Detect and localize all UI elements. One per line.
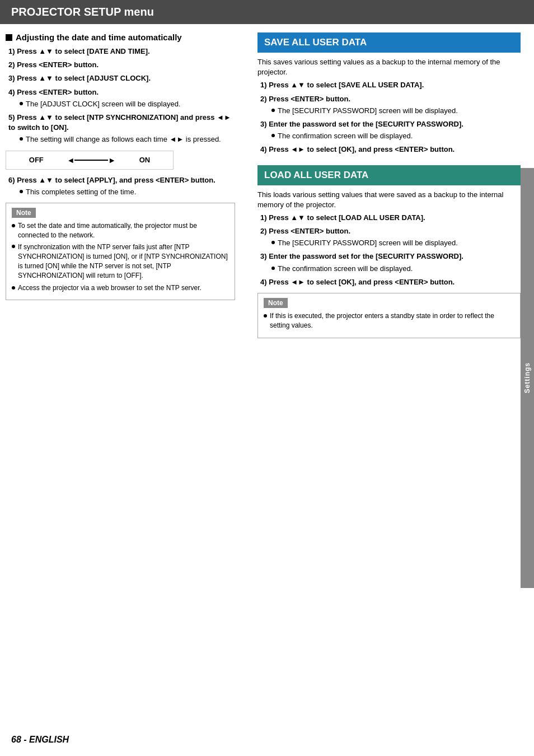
save-step-4-text: Press ◄► to select [OK], and press <ENTE… [269, 145, 455, 153]
step-5-number: 5) [8, 113, 15, 122]
save-step-3-text: Enter the password set for the [SECURITY… [269, 120, 463, 128]
left-column: Adjusting the date and time automaticall… [6, 32, 246, 344]
save-step-3-number: 3) [260, 120, 267, 128]
load-step-3: 3) Enter the password set for the [SECUR… [257, 251, 521, 273]
step-4-number: 4) [8, 88, 15, 96]
save-section-title: SAVE ALL USER DATA [264, 37, 367, 48]
save-step-2: 2) Press <ENTER> button. The [SECURITY P… [257, 94, 521, 116]
bullet-icon [271, 134, 275, 137]
load-section-header: LOAD ALL USER DATA [257, 165, 521, 185]
step-3-text: Press ▲▼ to select [ADJUST CLOCK]. [17, 74, 151, 82]
bullet-icon [20, 102, 23, 105]
save-step-1: 1) Press ▲▼ to select [SAVE ALL USER DAT… [257, 80, 521, 90]
left-note-box: Note To set the date and time automatica… [6, 203, 235, 301]
save-step-1-number: 1) [260, 81, 267, 89]
load-step-4: 4) Press ◄► to select [OK], and press <E… [257, 277, 521, 287]
arrow-left: ◄ [67, 156, 74, 165]
save-step-2-text: Press <ENTER> button. [269, 95, 350, 103]
section-icon [6, 34, 12, 41]
page-footer: 68 - ENGLISH [11, 735, 69, 745]
load-step-2-text: Press <ENTER> button. [269, 227, 350, 235]
load-section-title: LOAD ALL USER DATA [264, 170, 368, 180]
save-step-4: 4) Press ◄► to select [OK], and press <E… [257, 144, 521, 155]
page-header: PROJECTOR SETUP menu [0, 0, 534, 24]
bullet-icon [12, 224, 15, 227]
bullet-icon [271, 109, 275, 112]
left-section-title: Adjusting the date and time automaticall… [6, 32, 235, 42]
step-5-subbullet: The setting will change as follows each … [26, 134, 221, 144]
step-2: 2) Press <ENTER> button. [6, 60, 235, 70]
load-note-item-1: If this is executed, the projector enter… [264, 311, 514, 330]
step-6: 6) Press ▲▼ to select [APPLY], and press… [6, 175, 235, 197]
left-note-item-1: To set the date and time automatically, … [12, 221, 229, 240]
load-note-header: Note [264, 298, 288, 308]
step-6-number: 6) [8, 176, 15, 184]
load-step-2-number: 2) [260, 227, 267, 235]
bullet-icon [12, 245, 15, 248]
step-2-number: 2) [8, 60, 15, 69]
step-4-text: Press <ENTER> button. [17, 88, 99, 96]
step-5: 5) Press ▲▼ to select [NTP SYNCHRONIZATI… [6, 113, 235, 145]
arrow-right: ► [108, 156, 116, 165]
step-5-bullet: The setting will change as follows each … [8, 134, 235, 144]
load-step-2-subbullet: The [SECURITY PASSWORD] screen will be d… [278, 238, 458, 248]
toggle-on-label: ON [139, 156, 151, 164]
load-step-2: 2) Press <ENTER> button. The [SECURITY P… [257, 226, 521, 248]
save-section-header: SAVE ALL USER DATA [257, 32, 521, 53]
sidebar-label: Settings [523, 362, 531, 393]
arrow-line [74, 160, 108, 161]
bullet-icon [271, 241, 275, 244]
save-step-2-number: 2) [260, 95, 267, 103]
load-step-1: 1) Press ▲▼ to select [LOAD ALL USER DAT… [257, 213, 521, 223]
save-step-2-bullet: The [SECURITY PASSWORD] screen will be d… [260, 106, 521, 116]
save-step-4-number: 4) [260, 145, 267, 153]
save-step-1-text: Press ▲▼ to select [SAVE ALL USER DATA]. [269, 81, 424, 89]
bullet-icon [20, 137, 23, 141]
load-step-3-bullet: The confirmation screen will be displaye… [260, 264, 521, 274]
left-note-text-3: Access the projector via a web browser t… [18, 283, 202, 293]
step-2-text: Press <ENTER> button. [17, 60, 99, 69]
load-step-3-subbullet: The confirmation screen will be displaye… [278, 264, 413, 274]
step-6-text: Press ▲▼ to select [APPLY], and press <E… [17, 176, 216, 184]
step-3: 3) Press ▲▼ to select [ADJUST CLOCK]. [6, 73, 235, 83]
step-5-text: Press ▲▼ to select [NTP SYNCHRONIZATION]… [8, 113, 231, 132]
save-step-3: 3) Enter the password set for the [SECUR… [257, 119, 521, 141]
save-step-3-bullet: The confirmation screen will be displaye… [260, 131, 521, 141]
save-step-2-subbullet: The [SECURITY PASSWORD] screen will be d… [278, 106, 458, 116]
bullet-icon [12, 286, 15, 290]
left-note-item-3: Access the projector via a web browser t… [12, 283, 229, 293]
step-6-subbullet: This completes setting of the time. [26, 187, 136, 197]
left-note-text-1: To set the date and time automatically, … [18, 221, 229, 240]
toggle-diagram: OFF ◄ ► ON [6, 151, 174, 170]
left-note-header: Note [12, 208, 36, 218]
step-3-number: 3) [8, 74, 15, 82]
save-step-3-subbullet: The confirmation screen will be displaye… [278, 131, 413, 141]
load-step-1-number: 1) [260, 213, 267, 222]
main-content: Adjusting the date and time automaticall… [0, 32, 534, 344]
load-step-3-text: Enter the password set for the [SECURITY… [269, 252, 463, 260]
load-note-box: Note If this is executed, the projector … [257, 293, 521, 338]
load-step-3-number: 3) [260, 252, 267, 260]
sidebar-tab: Settings [521, 168, 534, 588]
step-4-bullet: The [ADJUST CLOCK] screen will be displa… [8, 99, 235, 109]
load-section-intro: This loads various setting values that w… [257, 190, 521, 210]
load-step-1-text: Press ▲▼ to select [LOAD ALL USER DATA]. [269, 213, 425, 222]
step-4-subbullet: The [ADJUST CLOCK] screen will be displa… [26, 99, 180, 109]
load-step-4-text: Press ◄► to select [OK], and press <ENTE… [269, 278, 455, 286]
footer-text: 68 - ENGLISH [11, 735, 69, 744]
left-note-text-2: If synchronization with the NTP server f… [18, 242, 229, 280]
toggle-arrow: ◄ ► [67, 156, 116, 165]
bullet-icon [271, 267, 275, 270]
left-note-item-2: If synchronization with the NTP server f… [12, 242, 229, 280]
load-note-text-1: If this is executed, the projector enter… [270, 311, 514, 330]
step-1-number: 1) [8, 47, 15, 55]
load-step-2-bullet: The [SECURITY PASSWORD] screen will be d… [260, 238, 521, 248]
step-1-text: Press ▲▼ to select [DATE AND TIME]. [17, 47, 149, 55]
step-1: 1) Press ▲▼ to select [DATE AND TIME]. [6, 46, 235, 57]
left-section-heading: Adjusting the date and time automaticall… [16, 32, 182, 42]
right-column: SAVE ALL USER DATA This saves various se… [246, 32, 521, 344]
step-4: 4) Press <ENTER> button. The [ADJUST CLO… [6, 87, 235, 109]
bullet-icon [20, 190, 23, 193]
step-6-bullet: This completes setting of the time. [8, 187, 235, 197]
load-step-4-number: 4) [260, 278, 267, 286]
